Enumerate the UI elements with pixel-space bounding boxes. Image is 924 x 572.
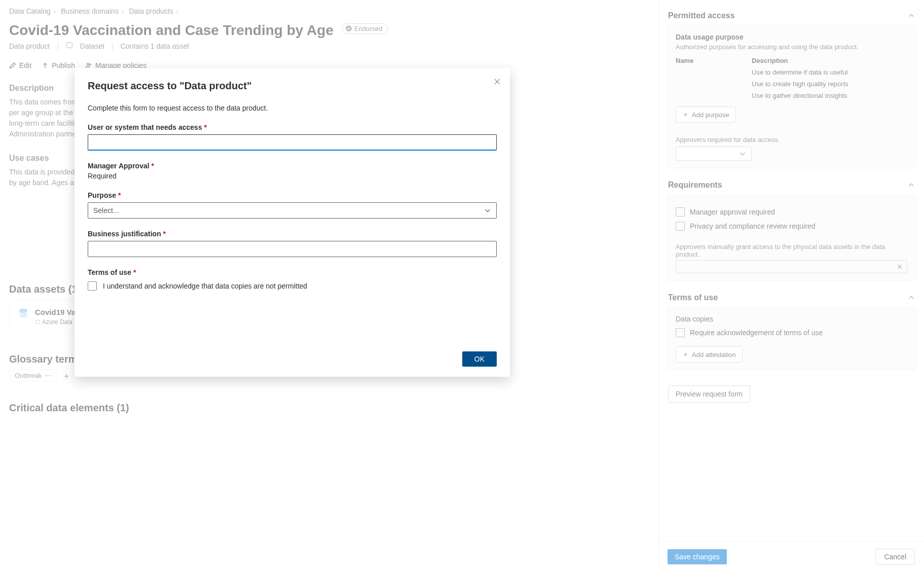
field-label-user: User or system that needs access * <box>88 123 497 131</box>
close-icon <box>494 78 501 85</box>
chevron-down-icon <box>484 207 491 214</box>
manager-approval-value: Required <box>88 172 497 180</box>
field-label-purpose: Purpose * <box>88 191 497 199</box>
field-label-terms: Terms of use * <box>88 268 497 276</box>
ok-button[interactable]: OK <box>462 351 497 367</box>
user-access-input[interactable] <box>88 134 497 151</box>
modal-subtitle: Complete this form to request access to … <box>88 104 497 112</box>
field-label-justification: Business justification * <box>88 230 497 238</box>
terms-checkbox[interactable] <box>88 281 97 291</box>
purpose-select[interactable]: Select... <box>88 202 497 219</box>
modal-close-button[interactable] <box>494 78 501 87</box>
field-label-manager: Manager Approval * <box>88 162 497 170</box>
modal-title: Request access to "Data product" <box>88 80 497 92</box>
terms-checkbox-label: I understand and acknowledge that data c… <box>103 282 307 290</box>
justification-input[interactable] <box>88 241 497 257</box>
request-access-modal: Request access to "Data product" Complet… <box>75 68 510 377</box>
